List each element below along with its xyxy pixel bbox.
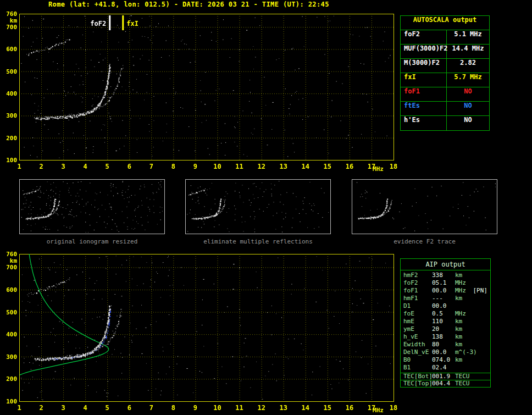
param-unit: TECU [455,380,470,387]
table-row: foF100.0MHz[PN] [401,287,490,295]
param-unit: km [455,325,462,333]
table-row: M(3000)F2 2.82 [401,59,489,73]
param-unit: TECU [455,373,470,380]
param-unit: km [455,272,462,279]
autoscala-screen: { "header": { "title": "Rome (lat: +41.8… [0,0,532,415]
thumbnail-canvas [186,180,330,234]
table-row: hmF1---km [401,295,490,302]
table-row: h_vE138km [401,333,490,341]
param-value: NO [447,87,489,101]
thumbnail-f2-trace [352,179,497,234]
param-flag [487,310,490,318]
param-label: hmF2 [403,272,432,279]
table-row: MUF(3000)F2 14.4 MHz [401,45,489,59]
param-label: hmE [403,318,432,325]
param-unit: km [455,295,462,302]
table-row: fxI 5.7 MHz [401,73,489,87]
param-label: B1 [403,364,432,372]
table-row: foF205.1MHz [401,279,490,287]
param-unit: km [455,341,462,348]
param-flag: [PN] [473,287,491,295]
table-row: foE0.5MHz [401,310,490,318]
param-value: 14.4 MHz [447,45,489,58]
param-label: fxI [401,73,447,87]
table-row: ftEs NO [401,102,489,116]
table-row: hmF2338km [401,272,490,279]
aip-table-body: hmF2338km foF205.1MHz foF100.0MHz[PN] hm… [401,270,490,373]
param-flag [487,272,490,279]
param-label: h'Es [401,116,447,130]
table-row: foF2 5.1 MHz [401,30,489,45]
tec-bottom-row: TEC[Bot]001.9TECU [401,373,490,380]
table-row: D100.0 [401,302,490,310]
page: Rome (lat: +41.8, lon: 012.5) - DATE: 20… [0,0,532,415]
thumbnail-canvas [352,180,497,234]
param-label: D1 [403,302,432,310]
table-row: ymE20km [401,325,490,333]
table-row: h'Es NO [401,116,489,130]
param-value: 5.7 MHz [447,73,489,87]
param-label: foF1 [403,287,432,295]
param-value: 00.0 [432,348,455,356]
param-value: 20 [432,325,455,333]
param-value: 004.4 [432,380,455,387]
param-value: 02.4 [432,364,455,372]
param-unit: MHz [455,310,466,318]
param-value: 138 [432,333,455,341]
table-row: B0074.0km [401,356,490,364]
aip-table-title: AIP output [401,259,490,270]
station-date-title: Rome (lat: +41.8, lon: 012.5) - DATE: 20… [48,1,329,8]
param-flag [487,364,490,372]
param-flag [487,318,490,325]
table-row: foF1 NO [401,87,489,102]
param-flag [487,279,490,287]
table-row: hmE110km [401,318,490,325]
param-value: 80 [432,341,455,348]
thumbnail-original-ionogram [19,179,165,234]
param-value: 338 [432,272,455,279]
param-unit: MHz [455,279,466,287]
param-label: foF2 [403,279,432,287]
table-row: Ewidth80km [401,341,490,348]
param-unit: km [455,333,462,341]
param-unit: km [455,356,462,364]
param-label: h_vE [403,333,432,341]
param-unit: km [455,318,462,325]
ionogram-top-canvas [0,10,398,172]
param-value: 05.1 [432,279,455,287]
param-value: 2.82 [447,59,489,73]
aip-output-table: AIP output hmF2338km foF205.1MHz foF100.… [400,258,491,388]
param-label: foE [403,310,432,318]
autoscala-table-title: AUTOSCALA output [401,16,489,30]
param-flag [487,348,490,356]
param-label: hmF1 [403,295,432,302]
autoscala-output-table: AUTOSCALA output foF2 5.1 MHz MUF(3000)F… [400,15,490,131]
param-label: TEC[Bot] [403,373,432,380]
param-unit: MHz [455,287,466,295]
param-value: 001.9 [432,373,455,380]
table-row: DelN_vE00.0m^(-3) [401,348,490,356]
thumbnail-caption: original ionogram resized [19,238,165,245]
param-flag [487,356,490,364]
thumbnail-caption: eliminate multiple reflections [185,238,331,245]
param-value: NO [447,102,489,115]
param-label: M(3000)F2 [401,59,447,73]
param-label: foF2 [401,30,447,44]
param-flag [487,302,490,310]
param-label: B0 [403,356,432,364]
param-value: 5.1 MHz [447,30,489,44]
param-label: TEC[Top] [403,380,432,387]
thumbnail-canvas [20,180,164,234]
param-value: 00.0 [432,302,455,310]
tec-top-row: TEC[Top]004.4TECU [401,380,490,387]
param-value: 00.0 [432,287,455,295]
thumbnail-multiple-reflections [185,179,331,234]
param-label: DelN_vE [403,348,432,356]
ionogram-bottom-canvas [0,250,398,415]
param-label: ymE [403,325,432,333]
param-flag [487,341,490,348]
param-value: 110 [432,318,455,325]
param-flag [487,333,490,341]
param-label: foF1 [401,87,447,101]
param-label: ftEs [401,102,447,115]
